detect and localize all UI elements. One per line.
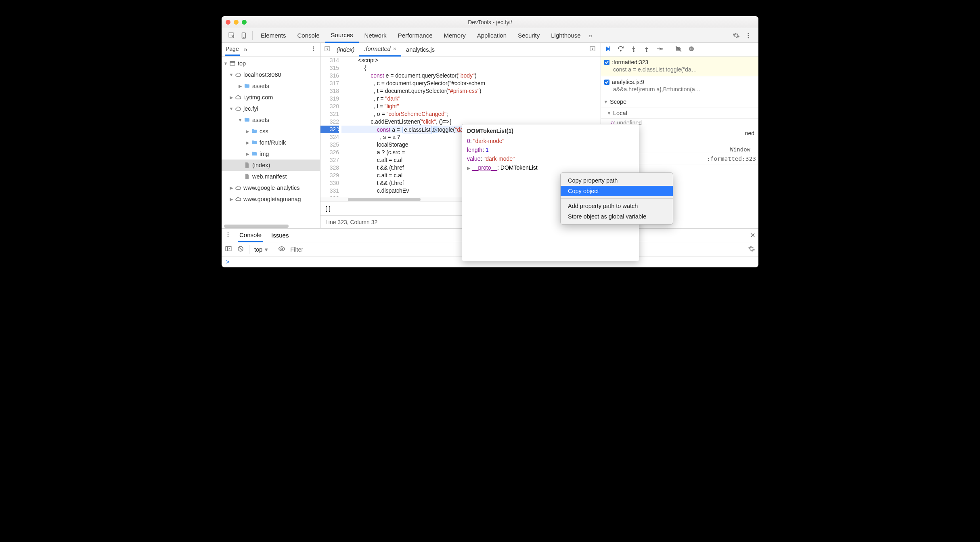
drawer-tab-issues[interactable]: Issues (270, 229, 290, 242)
breakpoint-checkbox[interactable] (604, 60, 609, 65)
context-menu: Copy property path Copy object Add prope… (560, 172, 673, 225)
tab-elements[interactable]: Elements (255, 28, 292, 43)
svg-point-19 (689, 46, 694, 51)
file-tree: ▼ top ▼ localhost:8080 ▶ assets ▶ i.ytim… (222, 57, 320, 224)
tree-folder[interactable]: ▶ img (222, 148, 320, 160)
navigator-overflow[interactable]: » (244, 46, 247, 53)
cloud-icon (235, 184, 242, 191)
svg-point-6 (313, 46, 314, 48)
tree-origin[interactable]: ▶ www.google-analytics (222, 182, 320, 193)
cloud-icon (235, 94, 242, 101)
tree-file-selected[interactable]: (index) (222, 160, 320, 171)
tab-console[interactable]: Console (292, 28, 325, 43)
file-tab[interactable]: (index) (332, 43, 359, 57)
tree-origin[interactable]: ▶ i.ytimg.com (222, 92, 320, 103)
tab-security[interactable]: Security (512, 28, 545, 43)
separator (252, 31, 253, 40)
nav-back-icon[interactable] (323, 46, 332, 53)
tree-origin[interactable]: ▼ jec.fyi (222, 103, 320, 114)
close-drawer-icon[interactable]: × (750, 231, 755, 240)
clear-console-icon[interactable] (237, 245, 244, 254)
deactivate-breakpoints-icon[interactable] (675, 45, 682, 54)
svg-rect-12 (590, 47, 595, 51)
navigator-menu-icon[interactable] (310, 46, 317, 54)
tab-network[interactable]: Network (359, 28, 392, 43)
breakpoint-entry: :formatted:323 const a = e.classList.tog… (601, 57, 758, 76)
search-input[interactable] (325, 206, 405, 212)
svg-point-4 (748, 35, 749, 36)
tree-folder[interactable]: ▶ assets (222, 80, 320, 92)
cursor-position: Line 323, Column 32 (325, 219, 377, 225)
breakpoint-checkbox[interactable] (604, 80, 609, 85)
svg-point-22 (228, 232, 229, 233)
window-icon (229, 60, 236, 67)
navigator-pane: Page » ▼ top ▼ localhost:8080 ▶ ass (222, 43, 320, 228)
tree-folder[interactable]: ▶ font/Rubik (222, 137, 320, 148)
tabs-overflow[interactable]: » (586, 28, 595, 43)
resume-icon[interactable] (604, 45, 611, 54)
step-icon[interactable] (656, 45, 663, 54)
folder-icon (251, 128, 258, 135)
step-into-icon[interactable] (630, 45, 637, 54)
menu-copy-object[interactable]: Copy object (561, 186, 673, 196)
svg-point-14 (620, 50, 621, 51)
inspect-element-icon[interactable] (226, 30, 238, 41)
console-sidebar-toggle-icon[interactable] (225, 245, 232, 254)
drawer-tab-console[interactable]: Console (238, 229, 263, 242)
scope-header[interactable]: ▼Scope (601, 96, 758, 107)
execution-context-selector[interactable]: top ▾ (254, 246, 268, 253)
tree-folder[interactable]: ▶ css (222, 126, 320, 137)
folder-icon (251, 139, 258, 146)
svg-rect-11 (325, 47, 330, 51)
main-tab-bar: Elements Console Sources Network Perform… (222, 28, 758, 43)
file-icon (243, 173, 251, 180)
devtools-window: DevTools - jec.fyi/ Elements Console Sou… (222, 16, 758, 267)
tab-lighthouse[interactable]: Lighthouse (545, 28, 586, 43)
run-snippet-icon[interactable] (589, 46, 598, 53)
svg-point-23 (228, 234, 229, 235)
cloud-icon (235, 195, 242, 203)
svg-point-17 (662, 48, 662, 49)
breakpoint-entry: analytics.js:9 a&&a.href}return a},B=fun… (601, 76, 758, 96)
navigator-tabs: Page » (222, 43, 320, 57)
line-gutter[interactable]: 3143153163173183193203213223233243253263… (320, 57, 341, 197)
kebab-menu-icon[interactable] (742, 30, 754, 41)
tab-performance[interactable]: Performance (392, 28, 438, 43)
file-tab[interactable]: analytics.js (401, 43, 440, 57)
tree-file[interactable]: web.manifest (222, 171, 320, 182)
svg-rect-20 (691, 48, 691, 50)
menu-add-watch[interactable]: Add property path to watch (561, 201, 673, 211)
tab-sources[interactable]: Sources (325, 28, 359, 43)
editor-pane: (index) :formatted× analytics.js 3143153… (320, 43, 601, 228)
navigator-scrollbar[interactable] (222, 224, 320, 228)
file-icon (243, 162, 251, 169)
live-expression-icon[interactable] (278, 245, 285, 254)
tree-folder[interactable]: ▼ assets (222, 114, 320, 126)
console-filter-input[interactable] (290, 246, 371, 253)
tree-origin[interactable]: ▶ www.googletagmanag (222, 193, 320, 205)
tab-memory[interactable]: Memory (438, 28, 471, 43)
drawer-menu-icon[interactable] (225, 231, 231, 239)
sources-panel: Page » ▼ top ▼ localhost:8080 ▶ ass (222, 43, 758, 229)
svg-point-24 (228, 236, 229, 237)
step-over-icon[interactable] (617, 45, 624, 54)
folder-icon (243, 82, 251, 90)
file-tab-active[interactable]: :formatted× (359, 43, 401, 57)
navigator-tab-page[interactable]: Page (225, 43, 240, 56)
menu-store-global[interactable]: Store object as global variable (561, 211, 673, 222)
pause-on-exceptions-icon[interactable] (688, 45, 695, 54)
scope-local-header[interactable]: ▼Local (601, 107, 758, 119)
settings-icon[interactable] (730, 30, 742, 41)
folder-icon (243, 116, 251, 124)
close-tab-icon[interactable]: × (393, 46, 396, 52)
toggle-device-icon[interactable] (238, 30, 250, 41)
step-out-icon[interactable] (643, 45, 650, 54)
tree-top[interactable]: ▼ top (222, 58, 320, 69)
menu-copy-property-path[interactable]: Copy property path (561, 175, 673, 186)
tooltip-proto-row[interactable]: ▶__proto__: DOMTokenList (467, 163, 634, 172)
tree-origin[interactable]: ▼ localhost:8080 (222, 69, 320, 80)
tab-application[interactable]: Application (471, 28, 512, 43)
titlebar: DevTools - jec.fyi/ (222, 16, 758, 28)
console-settings-icon[interactable] (748, 245, 755, 254)
debugger-toolbar (601, 43, 758, 57)
